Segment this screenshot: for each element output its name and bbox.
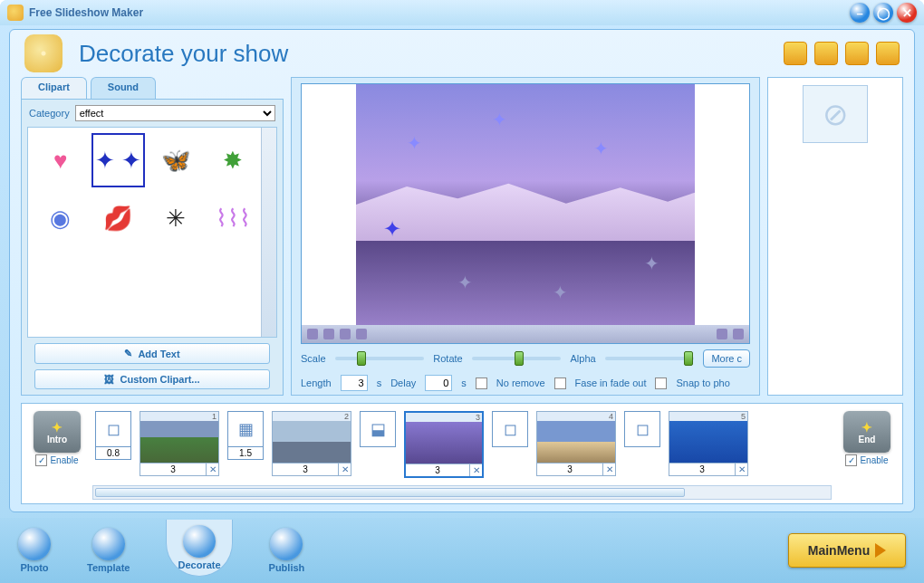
delay-label: Delay [390, 378, 416, 388]
snap-label: Snap to pho [676, 378, 729, 388]
transition-item[interactable]: ◻ [489, 411, 531, 447]
remove-slide-button[interactable]: ✕ [735, 463, 747, 475]
tab-sound[interactable]: Sound [91, 77, 156, 99]
clipart-grid[interactable]: ♥✦ ✦🦋✸◉💋✳⌇⌇⌇ [27, 127, 277, 338]
remove-slide-button[interactable]: ✕ [338, 463, 351, 475]
workarea: Clipart Sound Category effect ♥✦ ✦🦋✸◉💋✳⌇… [10, 77, 914, 396]
slide-duration-input[interactable] [537, 463, 602, 475]
slide-item[interactable]: 5✕ [669, 411, 748, 476]
alpha-label: Alpha [570, 353, 595, 364]
slide-duration-input[interactable] [669, 463, 735, 475]
clipart-item[interactable]: 💋 [91, 191, 146, 245]
custom-clipart-button[interactable]: 🖼 Custom Clipart... [34, 369, 270, 389]
alpha-slider[interactable] [605, 352, 695, 365]
clipart-item[interactable]: ♥ [34, 133, 88, 187]
help-button[interactable] [876, 42, 900, 65]
globe-icon [18, 528, 51, 560]
minimize-button[interactable]: – [850, 3, 870, 23]
transition-item[interactable]: ▦1.5 [225, 411, 266, 460]
clipart-item[interactable]: ✸ [207, 133, 261, 187]
next-button[interactable] [356, 329, 367, 339]
fullscreen-button[interactable] [733, 329, 744, 339]
slide-item[interactable]: 3✕ [404, 411, 484, 478]
fade-label: Fase in fade out [575, 378, 647, 388]
slide-item[interactable]: 4✕ [536, 411, 616, 476]
tab-clipart[interactable]: Clipart [21, 77, 87, 99]
length-label: Length [301, 378, 332, 388]
app-title: Free Slideshow Maker [29, 6, 143, 19]
intro-enable-checkbox[interactable] [35, 454, 47, 466]
preview-panel: ✦ ✦ ✦ ✦ ✦ ✦ ✦ [291, 77, 760, 396]
header: Decorate your show [10, 30, 914, 77]
noremove-label: No remove [496, 378, 545, 388]
rotate-label: Rotate [433, 353, 462, 364]
scale-slider[interactable] [335, 352, 425, 365]
category-label: Category [29, 108, 70, 119]
template-icon [92, 528, 125, 560]
mainmenu-button[interactable]: MainMenu [788, 533, 906, 568]
decorate-icon [183, 525, 216, 558]
pencil-icon: ✎ [124, 348, 132, 359]
save-button[interactable] [814, 42, 838, 65]
more-button[interactable]: More c [703, 349, 750, 368]
remove-slide-button[interactable]: ✕ [469, 464, 482, 476]
delay-input[interactable] [425, 375, 452, 391]
clipart-item[interactable]: ◉ [34, 191, 88, 245]
preview: ✦ ✦ ✦ ✦ ✦ ✦ ✦ [301, 83, 750, 344]
slide-duration-input[interactable] [406, 464, 469, 476]
user-button[interactable] [845, 42, 869, 65]
nav-template[interactable]: Template [87, 528, 130, 573]
player-bar [302, 325, 749, 343]
end-button[interactable]: End [843, 411, 890, 453]
bottom-nav: Photo Template Decorate Publish MainMenu [0, 518, 924, 583]
nav-decorate[interactable]: Decorate [166, 520, 232, 577]
close-button[interactable]: ✕ [897, 3, 917, 23]
no-selection-icon: ⊘ [803, 85, 868, 143]
maximize-button[interactable]: ◯ [873, 3, 893, 23]
remove-slide-button[interactable]: ✕ [602, 463, 615, 475]
preview-image[interactable]: ✦ ✦ ✦ ✦ ✦ ✦ ✦ [356, 84, 695, 325]
prev-button[interactable] [323, 329, 334, 339]
fade-checkbox[interactable] [554, 378, 566, 389]
titlebar: Free Slideshow Maker – ◯ ✕ [0, 0, 924, 25]
slide-duration-input[interactable] [140, 463, 206, 475]
clipart-item[interactable]: ⌇⌇⌇ [207, 191, 261, 245]
timeline-scrollbar[interactable] [92, 485, 832, 500]
clipart-item[interactable]: ✳ [149, 191, 203, 245]
transition-item[interactable]: ⬓ [357, 411, 399, 447]
selection-panel: ⊘ [767, 77, 903, 396]
nav-photo[interactable]: Photo [18, 528, 51, 573]
play-button[interactable] [340, 329, 351, 339]
rotate-slider[interactable] [472, 352, 562, 365]
transition-item[interactable]: ◻ [621, 411, 663, 447]
slide-duration-input[interactable] [273, 463, 338, 475]
transition-item[interactable]: ◻0.8 [92, 411, 134, 460]
clipart-item[interactable]: ✦ ✦ [91, 133, 146, 187]
image-icon: 🖼 [104, 374, 114, 385]
page-title: Decorate your show [79, 40, 288, 68]
volume-button[interactable] [717, 329, 727, 339]
slide-item[interactable]: 1✕ [140, 411, 219, 476]
publish-icon [270, 528, 303, 560]
remove-slide-button[interactable]: ✕ [206, 463, 218, 475]
nav-publish[interactable]: Publish [269, 528, 305, 573]
end-enable-checkbox[interactable] [845, 454, 857, 466]
open-folder-button[interactable] [784, 42, 807, 65]
clipart-panel: Clipart Sound Category effect ♥✦ ✦🦋✸◉💋✳⌇… [21, 77, 284, 396]
category-select[interactable]: effect [75, 105, 275, 121]
first-button[interactable] [307, 329, 318, 339]
main-panel: Decorate your show Clipart Sound Categor… [9, 29, 915, 512]
slide-item[interactable]: 2✕ [272, 411, 351, 476]
clipart-item[interactable]: 🦋 [149, 133, 203, 187]
app-window: Free Slideshow Maker – ◯ ✕ Decorate your… [0, 0, 924, 583]
app-icon [7, 5, 24, 21]
scale-label: Scale [301, 353, 326, 364]
snap-checkbox[interactable] [655, 378, 667, 389]
clover-icon [24, 34, 63, 72]
intro-button[interactable]: Intro [34, 411, 81, 453]
timeline-panel: Intro Enable ◻0.81✕▦1.52✕⬓3✕◻4✕◻5✕ End E… [21, 403, 903, 504]
length-input[interactable] [341, 375, 368, 391]
add-text-button[interactable]: ✎ Add Text [34, 343, 270, 364]
noremove-checkbox[interactable] [476, 378, 487, 389]
